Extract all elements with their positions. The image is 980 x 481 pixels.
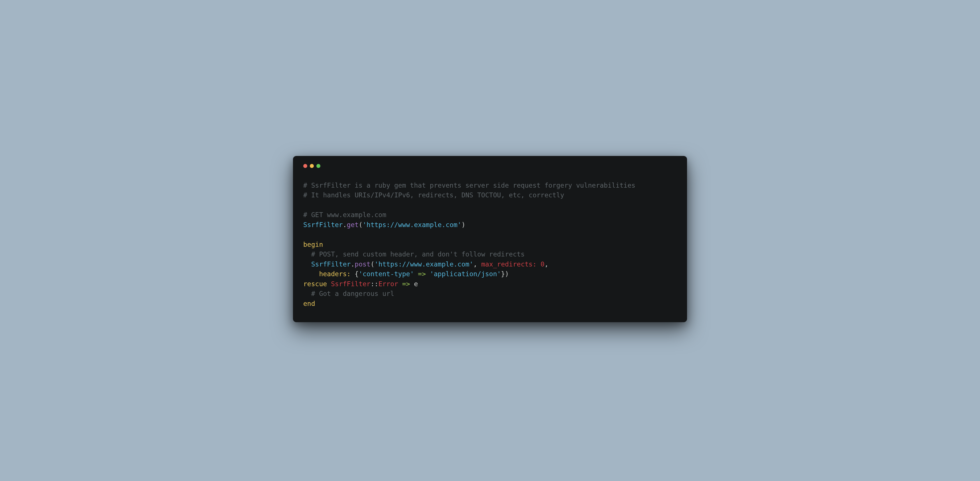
minimize-icon[interactable] bbox=[310, 164, 314, 168]
maximize-icon[interactable] bbox=[317, 164, 320, 168]
paren: ( bbox=[359, 221, 363, 228]
space bbox=[327, 280, 331, 288]
variable: e bbox=[414, 280, 418, 288]
code-comment: # SsrfFilter is a ruby gem that prevents… bbox=[303, 182, 635, 189]
brace: { bbox=[355, 270, 359, 278]
dot: . bbox=[351, 261, 355, 268]
space bbox=[351, 270, 355, 278]
keyword: begin bbox=[303, 241, 323, 248]
string-literal: 'content-type' bbox=[359, 270, 414, 278]
dot: . bbox=[343, 221, 347, 228]
close-icon[interactable] bbox=[303, 164, 307, 168]
class-name: SsrfFilter bbox=[303, 221, 343, 228]
code-comment: # POST, send custom header, and don't fo… bbox=[311, 250, 525, 258]
paren: ( bbox=[371, 261, 374, 268]
indent bbox=[303, 261, 311, 268]
space bbox=[536, 261, 541, 268]
code-comment: # Got a dangerous url bbox=[311, 290, 395, 297]
scope-operator: :: bbox=[371, 280, 379, 288]
window-titlebar bbox=[303, 164, 677, 168]
comma: , bbox=[473, 261, 481, 268]
brace: }) bbox=[501, 270, 509, 278]
paren: ) bbox=[461, 221, 465, 228]
error-class: Error bbox=[379, 280, 398, 288]
indent bbox=[303, 270, 319, 278]
symbol: max_redirects: bbox=[481, 261, 536, 268]
indent bbox=[303, 290, 311, 297]
comma: , bbox=[544, 261, 549, 268]
string-literal: 'https://www.example.com' bbox=[374, 261, 473, 268]
code-comment: # GET www.example.com bbox=[303, 211, 387, 218]
method-call: get bbox=[347, 221, 359, 228]
code-block: # SsrfFilter is a ruby gem that prevents… bbox=[303, 180, 677, 309]
string-literal: 'application/json' bbox=[430, 270, 501, 278]
indent bbox=[303, 250, 311, 258]
method-call: post bbox=[355, 261, 371, 268]
keyword: rescue bbox=[303, 280, 327, 288]
keyword: end bbox=[303, 300, 315, 307]
string-literal: 'https://www.example.com' bbox=[363, 221, 461, 228]
code-comment: # It handles URIs/IPv4/IPv6, redirects, … bbox=[303, 191, 564, 199]
class-name: SsrfFilter bbox=[311, 261, 351, 268]
code-window: # SsrfFilter is a ruby gem that prevents… bbox=[293, 156, 687, 322]
hashrocket: => bbox=[398, 280, 414, 288]
hashrocket: => bbox=[414, 270, 430, 278]
symbol: headers: bbox=[319, 270, 351, 278]
number-literal: 0 bbox=[541, 261, 544, 268]
class-name: SsrfFilter bbox=[331, 280, 371, 288]
